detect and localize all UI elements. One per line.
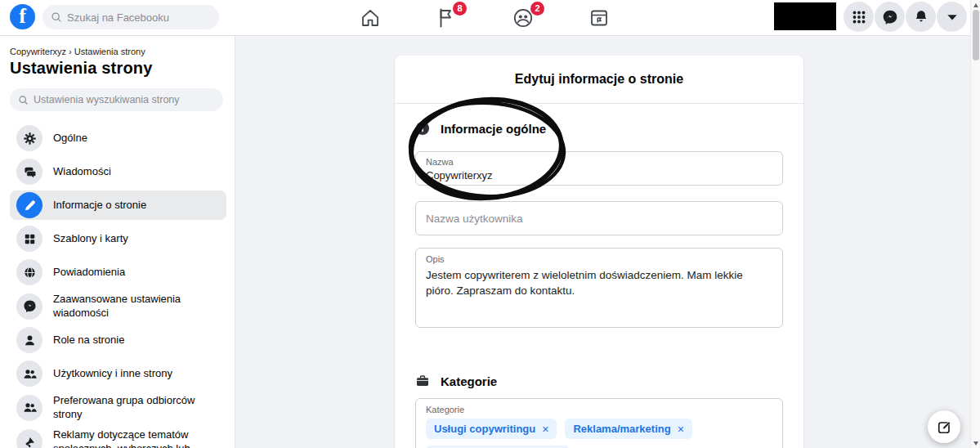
category-tag-label: Usługi copywritingu <box>434 423 535 435</box>
globe-icon <box>16 259 43 285</box>
page-title: Ustawienia strony <box>10 59 230 78</box>
briefcase-icon <box>415 374 430 388</box>
settings-sidebar: Copywriterxyz › Ustawienia strony Ustawi… <box>0 36 235 448</box>
sidebar-item-page-roles[interactable]: Role na stronie <box>10 325 226 355</box>
edit-page-info-card: Edytuj informacje o stronie Informacje o… <box>395 56 803 448</box>
breadcrumb[interactable]: Copywriterxyz › Ustawienia strony <box>10 47 230 56</box>
username-field[interactable] <box>415 201 783 235</box>
scroll-up-icon[interactable] <box>971 0 980 10</box>
category-tag[interactable]: Usługi copywritingu × <box>426 419 557 439</box>
messenger-button[interactable] <box>875 2 905 32</box>
home-tab[interactable] <box>359 7 382 29</box>
top-navbar: f 8 2 <box>0 0 970 36</box>
pencil-icon <box>16 192 43 218</box>
home-icon <box>359 7 382 29</box>
sidebar-item-notifications[interactable]: Powiadomienia <box>10 258 226 287</box>
settings-menu: Ogólne Wiadomości Informacje o stronie S… <box>10 123 230 448</box>
sidebar-item-page-info[interactable]: Informacje o stronie <box>10 190 226 220</box>
apps-menu-button[interactable] <box>844 2 874 32</box>
search-icon <box>51 11 62 23</box>
pages-tab[interactable]: 8 <box>434 7 457 29</box>
settings-search-input[interactable] <box>34 94 215 105</box>
sidebar-item-people-pages[interactable]: Użytkownicy i inne strony <box>10 359 226 388</box>
chevron-down-icon <box>944 9 960 25</box>
description-field-label: Opis <box>426 254 772 264</box>
card-header: Edytuj informacje o stronie <box>395 56 803 104</box>
card-title: Edytuj informacje o stronie <box>515 72 683 87</box>
notifications-button[interactable] <box>906 2 936 32</box>
main-content: Edytuj informacje o stronie Informacje o… <box>235 36 970 448</box>
people-icon <box>16 361 43 387</box>
name-input[interactable] <box>426 169 772 181</box>
pages-notification-badge: 8 <box>453 2 467 16</box>
apps-grid-icon <box>851 9 867 25</box>
sidebar-item-messages[interactable]: Wiadomości <box>10 157 226 186</box>
pages-manager-tab[interactable] <box>588 7 611 29</box>
categories-section-header: Kategorie <box>415 373 783 389</box>
remove-tag-icon[interactable]: × <box>542 423 548 436</box>
messenger-icon <box>16 293 43 320</box>
settings-search[interactable] <box>10 88 223 111</box>
username-input[interactable] <box>426 213 772 225</box>
categories-field-label: Kategorie <box>426 405 772 414</box>
gear-icon <box>16 125 43 151</box>
messenger-icon <box>882 9 898 25</box>
groups-notification-badge: 2 <box>530 2 544 16</box>
scrollbar-thumb[interactable] <box>973 10 979 60</box>
section-title-categories: Kategorie <box>441 374 497 388</box>
sidebar-item-advanced-messaging[interactable]: Zaawansowane ustawienia wiadomości <box>10 291 226 321</box>
person-icon <box>16 327 43 353</box>
sidebar-item-general[interactable]: Ogólne <box>10 123 226 153</box>
storefront-icon <box>588 7 611 29</box>
scroll-down-icon[interactable] <box>971 438 980 448</box>
description-field[interactable]: Opis Jestem copywriterem z wieloletnim d… <box>415 248 783 328</box>
general-info-section-header: Informacje ogólne <box>415 120 783 137</box>
sidebar-item-preferred-audience[interactable]: Preferowana grupa odbiorców strony <box>10 392 226 423</box>
compose-button[interactable] <box>928 410 960 443</box>
grid-icon <box>16 226 43 252</box>
edit-icon <box>937 419 952 435</box>
people-icon <box>16 395 43 421</box>
search-icon <box>18 95 29 105</box>
sidebar-item-templates[interactable]: Szablony i karty <box>10 224 226 253</box>
global-search[interactable] <box>43 5 219 29</box>
account-menu-button[interactable] <box>937 2 967 32</box>
category-tag[interactable]: Reklama/marketing × <box>565 419 691 439</box>
sidebar-item-issue-ads[interactable]: Reklamy dotyczące tematów społecznych, w… <box>10 427 226 448</box>
redacted-profile-area <box>774 2 836 30</box>
remove-tag-icon[interactable]: × <box>678 423 684 436</box>
page-scrollbar[interactable] <box>970 0 980 448</box>
category-tag-label: Reklama/marketing <box>573 423 670 435</box>
chat-icon <box>16 159 43 185</box>
groups-tab[interactable]: 2 <box>512 7 535 29</box>
name-field[interactable]: Nazwa <box>415 151 783 186</box>
megaphone-icon <box>16 429 43 448</box>
global-search-input[interactable] <box>67 11 211 24</box>
description-text[interactable]: Jestem copywriterem z wieloletnim doświa… <box>426 267 761 298</box>
bell-icon <box>913 9 929 25</box>
info-icon <box>415 121 430 136</box>
facebook-logo[interactable]: f <box>10 4 35 29</box>
name-field-label: Nazwa <box>426 157 772 167</box>
categories-field[interactable]: Kategorie Usługi copywritingu × Reklama/… <box>415 398 783 448</box>
section-title-general: Informacje ogólne <box>441 122 546 136</box>
